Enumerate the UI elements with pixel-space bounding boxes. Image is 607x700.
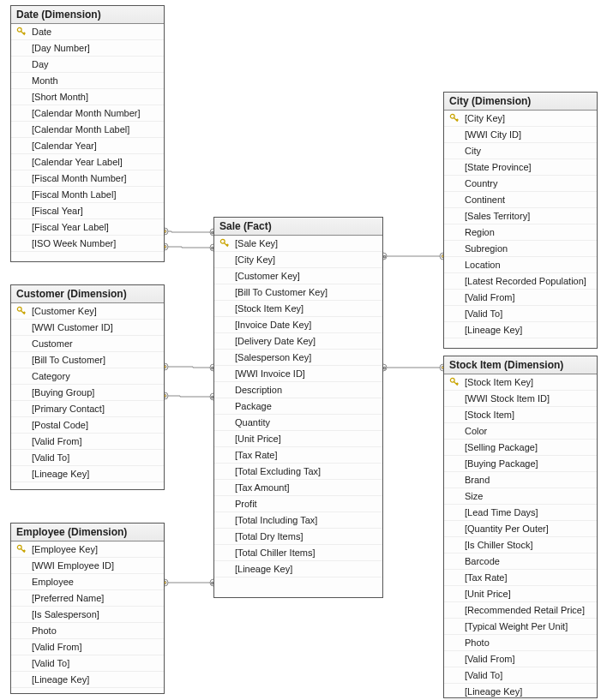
table-date[interactable]: Date (Dimension) Date[Day Number]DayMont… [10,5,165,262]
column-row[interactable]: [Lineage Key] [11,466,164,482]
column-row[interactable]: [Total Including Tax] [214,512,382,529]
column-row[interactable]: Description [214,382,382,398]
column-row[interactable]: [City Key] [444,111,597,127]
column-row[interactable]: [Lineage Key] [444,684,597,700]
column-row[interactable]: [Stock Item] [444,407,597,423]
column-row[interactable]: [Invoice Date Key] [214,317,382,333]
table-customer[interactable]: Customer (Dimension) [Customer Key][WWI … [10,284,165,490]
column-row[interactable]: Month [11,73,164,89]
column-row[interactable]: [WWI Customer ID] [11,320,164,336]
column-row[interactable]: [Valid To] [11,655,164,672]
column-row[interactable]: [ISO Week Number] [11,236,164,252]
column-row[interactable]: [Buying Package] [444,456,597,472]
column-row[interactable]: [Recommended Retail Price] [444,602,597,619]
column-row[interactable]: [Customer Key] [11,303,164,320]
column-row[interactable]: [Quantity Per Outer] [444,521,597,537]
column-row[interactable]: [WWI City ID] [444,127,597,143]
column-row[interactable]: [Day Number] [11,40,164,57]
column-row[interactable]: [Is Salesperson] [11,607,164,623]
column-row[interactable]: [Delivery Date Key] [214,333,382,350]
column-row[interactable]: [Total Excluding Tax] [214,464,382,480]
column-row[interactable]: Day [11,57,164,73]
column-row[interactable]: [Bill To Customer] [11,352,164,368]
column-row[interactable]: [Sales Territory] [444,208,597,224]
column-label: [Valid To] [465,308,593,320]
column-label: [Short Month] [32,91,160,103]
column-row[interactable]: Color [444,423,597,440]
column-row[interactable]: [Total Dry Items] [214,529,382,545]
column-row[interactable]: [Bill To Customer Key] [214,284,382,301]
table-stockitem[interactable]: Stock Item (Dimension) [Stock Item Key][… [443,356,598,698]
column-row[interactable]: [Valid To] [11,450,164,466]
primary-key-icon [449,377,460,387]
column-row[interactable]: [Sale Key] [214,236,382,252]
column-row[interactable]: Employee [11,574,164,590]
column-row[interactable]: [Tax Amount] [214,480,382,496]
table-city[interactable]: City (Dimension) [City Key][WWI City ID]… [443,92,598,349]
column-row[interactable]: Profit [214,496,382,512]
column-row[interactable]: [Unit Price] [444,586,597,602]
column-row[interactable]: [Lineage Key] [214,561,382,577]
column-row[interactable]: [City Key] [214,252,382,268]
column-row[interactable]: [Stock Item Key] [444,374,597,391]
column-row[interactable]: [Preferred Name] [11,590,164,607]
column-row[interactable]: Package [214,398,382,415]
column-row[interactable]: Quantity [214,415,382,431]
column-row[interactable]: [Tax Rate] [444,570,597,586]
column-row[interactable]: Photo [11,623,164,639]
column-row[interactable]: Location [444,257,597,273]
column-row[interactable]: [Valid From] [444,651,597,667]
column-row[interactable]: [Valid From] [11,639,164,655]
column-row[interactable]: Barcode [444,553,597,570]
column-row[interactable]: [Fiscal Month Label] [11,187,164,203]
column-row[interactable]: [Lineage Key] [11,672,164,688]
column-row[interactable]: [Fiscal Year Label] [11,219,164,236]
column-row[interactable]: [Customer Key] [214,268,382,284]
column-row[interactable]: Country [444,176,597,192]
table-employee[interactable]: Employee (Dimension) [Employee Key][WWI … [10,523,165,694]
column-row[interactable]: Brand [444,472,597,488]
column-row[interactable]: [Calendar Month Number] [11,105,164,122]
column-row[interactable]: [WWI Invoice ID] [214,366,382,382]
column-row[interactable]: [Short Month] [11,89,164,105]
column-row[interactable]: Photo [444,635,597,651]
table-sale[interactable]: Sale (Fact) [Sale Key][City Key][Custome… [213,217,383,598]
column-label: [Customer Key] [235,270,379,282]
column-row[interactable]: [Latest Recorded Population] [444,273,597,290]
column-row[interactable]: [Typical Weight Per Unit] [444,619,597,635]
column-row[interactable]: [Primary Contact] [11,401,164,417]
column-row[interactable]: [Selling Package] [444,440,597,456]
column-row[interactable]: [Total Chiller Items] [214,545,382,561]
column-row[interactable]: City [444,143,597,159]
column-row[interactable]: [Valid To] [444,667,597,684]
column-row[interactable]: [Valid From] [444,290,597,306]
column-row[interactable]: [Valid From] [11,434,164,450]
column-row[interactable]: [WWI Employee ID] [11,558,164,574]
column-row[interactable]: [Salesperson Key] [214,350,382,366]
column-row[interactable]: Customer [11,336,164,352]
column-row[interactable]: [Calendar Year Label] [11,154,164,171]
column-row[interactable]: [Fiscal Month Number] [11,171,164,187]
column-row[interactable]: [Is Chiller Stock] [444,537,597,553]
column-row[interactable]: [Fiscal Year] [11,203,164,219]
column-row[interactable]: Subregion [444,241,597,257]
table-title-date: Date (Dimension) [11,6,164,24]
column-row[interactable]: [Buying Group] [11,385,164,401]
column-row[interactable]: [Employee Key] [11,541,164,558]
column-row[interactable]: [Stock Item Key] [214,301,382,317]
column-row[interactable]: [Lead Time Days] [444,505,597,521]
column-row[interactable]: Continent [444,192,597,208]
column-row[interactable]: Region [444,224,597,241]
column-row[interactable]: [Valid To] [444,306,597,322]
column-row[interactable]: [Calendar Year] [11,138,164,154]
column-row[interactable]: [Calendar Month Label] [11,122,164,138]
column-row[interactable]: [Unit Price] [214,431,382,447]
column-row[interactable]: [Postal Code] [11,417,164,434]
column-row[interactable]: Category [11,368,164,385]
column-row[interactable]: [WWI Stock Item ID] [444,391,597,407]
column-row[interactable]: Date [11,24,164,40]
column-row[interactable]: [State Province] [444,159,597,176]
column-row[interactable]: [Tax Rate] [214,447,382,464]
column-row[interactable]: Size [444,488,597,505]
column-row[interactable]: [Lineage Key] [444,322,597,338]
